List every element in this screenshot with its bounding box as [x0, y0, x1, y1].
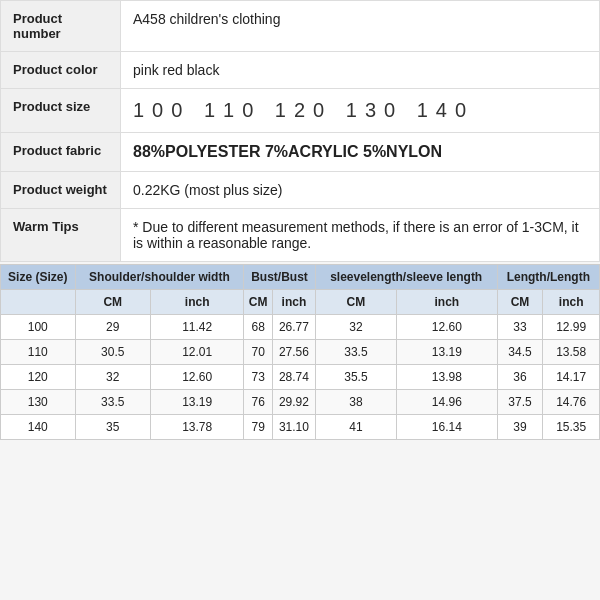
size-cell: 31.10 [273, 415, 316, 440]
size-section: Size (Size)Shoulder/shoulder widthBust/B… [0, 264, 600, 440]
size-cell: 120 [1, 365, 76, 390]
size-unit-header: CM [315, 290, 396, 315]
size-cell: 73 [244, 365, 273, 390]
info-label: Warm Tips [1, 209, 121, 262]
info-label: Product size [1, 89, 121, 133]
size-cell: 36 [497, 365, 543, 390]
size-row: 1403513.787931.104116.143915.35 [1, 415, 600, 440]
size-unit-header: CM [497, 290, 543, 315]
size-column-header: Length/Length [497, 265, 599, 290]
size-cell: 12.60 [397, 315, 498, 340]
size-measurement-table: Size (Size)Shoulder/shoulder widthBust/B… [0, 264, 600, 440]
size-unit-header [1, 290, 76, 315]
size-cell: 12.99 [543, 315, 600, 340]
info-value: * Due to different measurement methods, … [121, 209, 600, 262]
info-value: 0.22KG (most plus size) [121, 172, 600, 209]
size-cell: 140 [1, 415, 76, 440]
size-cell: 28.74 [273, 365, 316, 390]
info-label: Product weight [1, 172, 121, 209]
size-cell: 30.5 [75, 340, 150, 365]
size-cell: 32 [315, 315, 396, 340]
size-unit-header: CM [75, 290, 150, 315]
size-row: 13033.513.197629.923814.9637.514.76 [1, 390, 600, 415]
size-cell: 11.42 [151, 315, 244, 340]
size-row: 1002911.426826.773212.603312.99 [1, 315, 600, 340]
size-cell: 37.5 [497, 390, 543, 415]
size-cell: 13.58 [543, 340, 600, 365]
size-cell: 130 [1, 390, 76, 415]
info-label: Product number [1, 1, 121, 52]
size-column-header: Size (Size) [1, 265, 76, 290]
size-cell: 39 [497, 415, 543, 440]
size-cell: 26.77 [273, 315, 316, 340]
size-unit-header: inch [397, 290, 498, 315]
size-cell: 38 [315, 390, 396, 415]
info-value: 88%POLYESTER 7%ACRYLIC 5%NYLON [121, 133, 600, 172]
size-cell: 76 [244, 390, 273, 415]
size-cell: 33.5 [315, 340, 396, 365]
size-cell: 79 [244, 415, 273, 440]
size-cell: 32 [75, 365, 150, 390]
size-cell: 35.5 [315, 365, 396, 390]
info-value: pink red black [121, 52, 600, 89]
size-cell: 33.5 [75, 390, 150, 415]
size-cell: 12.60 [151, 365, 244, 390]
size-cell: 16.14 [397, 415, 498, 440]
size-cell: 13.98 [397, 365, 498, 390]
size-cell: 41 [315, 415, 396, 440]
size-column-header: Bust/Bust [244, 265, 315, 290]
size-unit-header: CM [244, 290, 273, 315]
size-cell: 27.56 [273, 340, 316, 365]
size-cell: 13.78 [151, 415, 244, 440]
size-cell: 68 [244, 315, 273, 340]
size-cell: 34.5 [497, 340, 543, 365]
size-cell: 35 [75, 415, 150, 440]
product-info-table: Product numberA458 children's clothingPr… [0, 0, 600, 262]
size-cell: 100 [1, 315, 76, 340]
info-label: Product color [1, 52, 121, 89]
size-cell: 110 [1, 340, 76, 365]
info-value: A458 children's clothing [121, 1, 600, 52]
info-label: Product fabric [1, 133, 121, 172]
size-cell: 14.76 [543, 390, 600, 415]
size-cell: 29.92 [273, 390, 316, 415]
size-cell: 12.01 [151, 340, 244, 365]
size-cell: 13.19 [151, 390, 244, 415]
size-cell: 13.19 [397, 340, 498, 365]
size-cell: 14.96 [397, 390, 498, 415]
size-cell: 14.17 [543, 365, 600, 390]
size-cell: 29 [75, 315, 150, 340]
size-row: 11030.512.017027.5633.513.1934.513.58 [1, 340, 600, 365]
size-row: 1203212.607328.7435.513.983614.17 [1, 365, 600, 390]
size-column-header: sleevelength/sleeve length [315, 265, 497, 290]
size-unit-header: inch [273, 290, 316, 315]
size-cell: 15.35 [543, 415, 600, 440]
size-cell: 70 [244, 340, 273, 365]
size-column-header: Shoulder/shoulder width [75, 265, 244, 290]
size-cell: 33 [497, 315, 543, 340]
info-value: 100 110 120 130 140 [121, 89, 600, 133]
size-unit-header: inch [151, 290, 244, 315]
size-unit-header: inch [543, 290, 600, 315]
